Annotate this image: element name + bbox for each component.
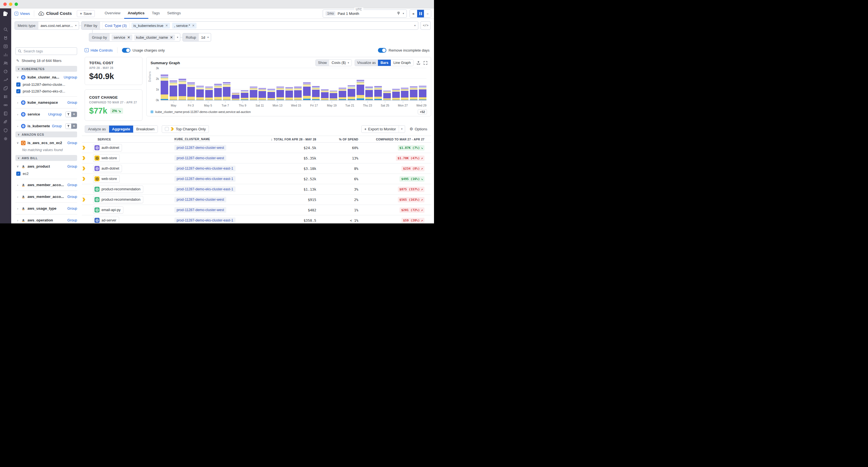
change-badge[interactable]: $1.87K (7%)↘: [398, 145, 425, 151]
group-link[interactable]: Group: [67, 164, 77, 168]
chart-bar[interactable]: [419, 86, 427, 100]
chart-bar[interactable]: [330, 91, 337, 100]
chevron-collapsed-icon[interactable]: ›: [16, 113, 19, 116]
visualize-bars-button[interactable]: Bars: [378, 60, 391, 66]
service-pill[interactable]: email-api-py: [93, 206, 123, 214]
column-header-total[interactable]: ↓TOTAL FOR APR 28 - MAY 28: [263, 137, 316, 141]
chart-bar[interactable]: [232, 93, 240, 100]
chevron-down-icon[interactable]: ▾: [414, 24, 418, 27]
pencil-icon[interactable]: ✎: [16, 59, 19, 63]
group-link[interactable]: Group: [67, 183, 77, 187]
nav-settings-icon[interactable]: [3, 136, 8, 141]
pin-icon[interactable]: [397, 11, 400, 15]
pause-button[interactable]: [417, 10, 424, 18]
search-tags-input[interactable]: [24, 49, 74, 53]
filter-chip[interactable]: , service:*✕: [172, 23, 196, 29]
table-row[interactable]: product-recommendationprod-11287-demo-ek…: [82, 184, 431, 194]
chart-bar[interactable]: [179, 79, 186, 100]
chart-bar[interactable]: [268, 89, 275, 100]
chart-bar[interactable]: [312, 86, 320, 100]
nav-monitors-icon[interactable]: [3, 119, 8, 124]
minimize-window-button[interactable]: [9, 2, 12, 6]
nav-apm-icon[interactable]: [3, 69, 8, 74]
chart-bar[interactable]: [321, 89, 329, 100]
group-by-select[interactable]: Group by service✕ kube_cluster_name✕ ▾: [89, 33, 180, 41]
close-window-button[interactable]: [3, 2, 7, 6]
chart-bar[interactable]: [410, 86, 417, 100]
remove-filter-icon[interactable]: ✕: [71, 112, 77, 117]
group-link[interactable]: Group: [52, 124, 62, 128]
ungroup-link[interactable]: Ungroup: [48, 113, 62, 116]
service-pill[interactable]: auth-dotnet: [93, 144, 122, 151]
filter-chip[interactable]: is_kubernetes:true✕: [131, 23, 170, 29]
chart-bar[interactable]: [374, 86, 382, 100]
chart-bar[interactable]: [161, 74, 168, 100]
filter-icon[interactable]: [66, 112, 71, 117]
chart-bar[interactable]: [223, 82, 230, 100]
zoom-window-button[interactable]: [14, 2, 18, 6]
group-link[interactable]: Group: [67, 218, 77, 222]
table-row[interactable]: auth-dotnetprod-11287-demo-cluster-west$…: [82, 143, 431, 153]
table-row[interactable]: product-recommendationprod-11287-demo-cl…: [82, 194, 431, 205]
nav-logs-icon[interactable]: [3, 44, 8, 49]
chart-bar[interactable]: [241, 90, 248, 100]
cluster-link[interactable]: prod-11287-demo-eks-cluster-east-1: [175, 166, 236, 171]
hide-controls-button[interactable]: ‹ Hide Controls: [85, 48, 113, 53]
chart-bar[interactable]: [250, 87, 257, 100]
chevron-collapsed-icon[interactable]: ›: [16, 124, 19, 128]
cluster-link[interactable]: prod-11287-demo-cluster-west: [175, 155, 226, 161]
datadog-logo-icon[interactable]: [0, 8, 11, 20]
chevron-collapsed-icon[interactable]: ›: [16, 207, 19, 210]
legend-more-badge[interactable]: +52: [418, 109, 427, 114]
nav-integrations-icon[interactable]: [3, 86, 8, 91]
sidebar-section-header[interactable]: ∨AWS BILL: [16, 155, 77, 161]
service-pill[interactable]: web-store: [93, 154, 120, 162]
change-badge[interactable]: $495 (16%)↘: [400, 176, 425, 182]
chevron-expanded-icon[interactable]: ∨: [16, 164, 19, 168]
export-graph-icon[interactable]: [416, 61, 421, 65]
chevron-collapsed-icon[interactable]: ›: [16, 101, 19, 104]
tab-tags[interactable]: Tags: [148, 8, 164, 19]
nav-users-icon[interactable]: [3, 61, 8, 65]
checkbox-checked[interactable]: ✓: [16, 89, 21, 93]
tab-analytics[interactable]: Analytics: [124, 8, 148, 19]
export-to-monitor-main[interactable]: + Export to Monitor: [362, 126, 399, 133]
chevron-collapsed-icon[interactable]: ›: [16, 183, 19, 187]
chart-bar[interactable]: [285, 87, 293, 100]
cost-type-chip[interactable]: Cost Type (3): [102, 23, 129, 29]
remove-incomplete-days-toggle[interactable]: [378, 48, 386, 53]
nav-metrics-icon[interactable]: [3, 52, 8, 57]
nav-synthetics-icon[interactable]: [3, 77, 8, 82]
nav-infrastructure-icon[interactable]: [3, 94, 8, 99]
ungroup-link[interactable]: Ungroup: [64, 75, 77, 79]
usage-charges-toggle[interactable]: [122, 48, 130, 53]
nav-network-icon[interactable]: [3, 102, 8, 107]
cluster-link[interactable]: prod-11287-demo-eks-cluster-east-1: [175, 176, 236, 182]
chevron-collapsed-icon[interactable]: ›: [16, 219, 19, 222]
chart-bar[interactable]: [392, 89, 400, 100]
cluster-link[interactable]: prod-11287-demo-cluster-west: [175, 145, 226, 151]
chart-bar[interactable]: [356, 80, 364, 100]
chart-bar[interactable]: [348, 85, 355, 100]
column-header-spend[interactable]: % OF SPEND: [316, 137, 358, 141]
cluster-link[interactable]: prod-11287-demo-cluster-west: [175, 207, 226, 213]
group-link[interactable]: Group: [67, 195, 77, 199]
code-view-button[interactable]: </>: [421, 21, 431, 30]
chart-bar[interactable]: [339, 88, 346, 100]
change-badge[interactable]: $875 (337%)↗: [398, 187, 425, 192]
cluster-link[interactable]: prod-11287-demo-cluster-west: [175, 197, 226, 203]
time-range-picker[interactable]: UTC 1mo Past 1 Month ▾: [323, 9, 407, 18]
nav-watchdog-icon[interactable]: [3, 35, 8, 40]
sidebar-section-header[interactable]: ∨KUBERNETES: [16, 66, 77, 72]
nav-notebooks-icon[interactable]: [3, 111, 8, 116]
column-header-compared[interactable]: COMPARED TO MAR 27 - APR 27: [358, 137, 431, 141]
sidebar-section-header[interactable]: ∨AMAZON ECS: [16, 131, 77, 137]
chart-bar[interactable]: [401, 88, 408, 100]
analyze-breakdown-button[interactable]: Breakdown: [133, 126, 158, 133]
service-pill[interactable]: auth-dotnet: [93, 165, 122, 172]
column-header-service[interactable]: SERVICE: [86, 137, 170, 141]
checkbox-checked[interactable]: ✓: [16, 172, 21, 176]
cluster-link[interactable]: prod-11287-demo-eks-cluster-east-1: [175, 186, 236, 192]
table-row[interactable]: email-api-pyprod-11287-demo-cluster-west…: [82, 205, 431, 215]
remove-filter-icon[interactable]: ✕: [71, 124, 77, 129]
